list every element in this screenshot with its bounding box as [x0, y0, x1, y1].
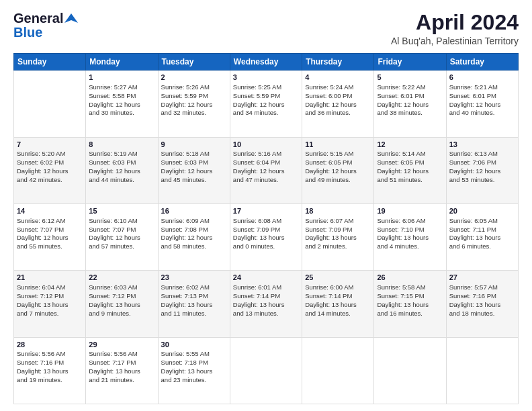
day-info-line: and 13 minutes. [233, 310, 299, 318]
day-info-line: and 36 minutes. [305, 109, 371, 118]
day-info-line: Sunset: 7:17 PM [89, 359, 154, 367]
day-info-line: and 19 minutes. [17, 376, 83, 385]
calendar-cell: 2Sunrise: 5:26 AMSunset: 5:59 PMDaylight… [158, 71, 230, 137]
calendar-cell [230, 337, 302, 404]
calendar-cell: 4Sunrise: 5:24 AMSunset: 6:00 PMDaylight… [302, 71, 374, 137]
calendar-cell: 12Sunrise: 5:14 AMSunset: 6:05 PMDayligh… [374, 137, 446, 203]
day-info-line: Sunset: 6:01 PM [377, 92, 443, 101]
day-number: 6 [449, 73, 515, 83]
day-info-line: and 42 minutes. [17, 176, 83, 185]
day-info-line: Daylight: 12 hours [377, 101, 443, 109]
day-info-line: Daylight: 12 hours [17, 167, 83, 176]
day-number: 9 [161, 140, 227, 150]
calendar-cell: 28Sunrise: 5:56 AMSunset: 7:16 PMDayligh… [14, 337, 86, 404]
title-block: April 2024 Al Buq'ah, Palestinian Territ… [391, 11, 519, 46]
day-info-line: Sunrise: 5:58 AM [377, 283, 443, 292]
day-info-line: and 4 minutes. [377, 242, 443, 251]
calendar-cell: 6Sunrise: 5:21 AMSunset: 6:01 PMDaylight… [446, 71, 518, 137]
day-info-line: Sunset: 6:01 PM [449, 92, 515, 101]
day-info-line: Sunset: 7:16 PM [449, 292, 515, 301]
day-info-line: and 6 minutes. [449, 242, 515, 251]
day-info-line: Sunset: 7:15 PM [377, 292, 443, 301]
calendar-cell: 8Sunrise: 5:19 AMSunset: 6:03 PMDaylight… [86, 137, 158, 203]
calendar-day-header: Wednesday [230, 54, 302, 71]
day-info-line: Sunrise: 6:10 AM [89, 217, 154, 226]
calendar-day-header: Sunday [14, 54, 86, 71]
day-info-line: Sunrise: 6:02 AM [161, 283, 227, 292]
day-info-line: Daylight: 13 hours [449, 234, 515, 242]
day-info-line: Daylight: 12 hours [89, 167, 154, 176]
day-info-line: Daylight: 13 hours [17, 367, 83, 376]
day-info-line: and 47 minutes. [233, 176, 299, 185]
day-info-line: Daylight: 13 hours [449, 301, 515, 310]
day-number: 16 [161, 206, 227, 216]
calendar-day-header: Monday [86, 54, 158, 71]
day-info-line: Sunset: 6:03 PM [89, 158, 154, 167]
day-info-line: Sunrise: 5:16 AM [233, 150, 299, 158]
page: General Blue April 2024 Al Buq'ah, Pales… [0, 0, 532, 411]
day-info-line: Sunrise: 6:08 AM [233, 217, 299, 226]
day-info-line: Sunrise: 5:56 AM [17, 350, 83, 359]
day-number: 22 [89, 273, 154, 283]
day-info-line: Sunrise: 6:06 AM [377, 217, 443, 226]
day-info-line: Daylight: 13 hours [161, 367, 227, 376]
logo-bird-icon [64, 12, 78, 26]
day-number: 28 [17, 340, 83, 350]
day-info-line: Daylight: 12 hours [17, 234, 83, 242]
day-number: 12 [377, 140, 443, 150]
day-info-line: Sunset: 7:07 PM [17, 226, 83, 234]
day-info-line: Sunrise: 6:01 AM [233, 283, 299, 292]
day-number: 14 [17, 206, 83, 216]
day-info-line: Sunset: 7:16 PM [17, 359, 83, 367]
day-info-line: and 0 minutes. [233, 242, 299, 251]
calendar-cell: 20Sunrise: 6:05 AMSunset: 7:11 PMDayligh… [446, 203, 518, 270]
calendar-week-row: 7Sunrise: 5:20 AMSunset: 6:02 PMDaylight… [14, 137, 519, 203]
day-number: 8 [89, 140, 154, 150]
day-info-line: Sunset: 6:00 PM [305, 92, 371, 101]
day-info-line: Sunset: 7:11 PM [449, 226, 515, 234]
day-info-line: Sunset: 7:14 PM [305, 292, 371, 301]
day-number: 17 [233, 206, 299, 216]
day-number: 15 [89, 206, 154, 216]
calendar-cell: 18Sunrise: 6:07 AMSunset: 7:09 PMDayligh… [302, 203, 374, 270]
day-info-line: Sunset: 7:10 PM [377, 226, 443, 234]
calendar-day-header: Saturday [446, 54, 518, 71]
day-info-line: Daylight: 13 hours [89, 367, 154, 376]
day-number: 4 [305, 73, 371, 83]
day-info-line: Sunset: 7:13 PM [161, 292, 227, 301]
day-info-line: Daylight: 12 hours [161, 167, 227, 176]
calendar-cell: 21Sunrise: 6:04 AMSunset: 7:12 PMDayligh… [14, 271, 86, 337]
calendar-cell: 1Sunrise: 5:27 AMSunset: 5:58 PMDaylight… [86, 71, 158, 137]
day-info-line: Daylight: 12 hours [233, 101, 299, 109]
day-info-line: Daylight: 13 hours [305, 234, 371, 242]
day-info-line: Sunrise: 6:03 AM [89, 283, 154, 292]
calendar-cell: 3Sunrise: 5:25 AMSunset: 5:59 PMDaylight… [230, 71, 302, 137]
day-info-line: Sunset: 6:05 PM [305, 158, 371, 167]
day-info-line: and 21 minutes. [89, 376, 154, 385]
svg-marker-0 [64, 13, 78, 23]
day-info-line: Sunrise: 5:20 AM [17, 150, 83, 158]
day-info-line: Sunset: 7:08 PM [161, 226, 227, 234]
day-number: 23 [161, 273, 227, 283]
day-info-line: Sunset: 7:12 PM [17, 292, 83, 301]
day-number: 29 [89, 340, 154, 350]
day-info-line: and 38 minutes. [377, 109, 443, 118]
day-info-line: Daylight: 12 hours [305, 167, 371, 176]
day-info-line: Sunrise: 5:24 AM [305, 83, 371, 92]
day-info-line: and 2 minutes. [305, 242, 371, 251]
day-number: 27 [449, 273, 515, 283]
calendar-cell: 24Sunrise: 6:01 AMSunset: 7:14 PMDayligh… [230, 271, 302, 337]
day-number: 1 [89, 73, 154, 83]
day-info-line: Sunset: 6:05 PM [377, 158, 443, 167]
calendar-cell: 10Sunrise: 5:16 AMSunset: 6:04 PMDayligh… [230, 137, 302, 203]
logo-general: General [13, 11, 63, 26]
calendar-cell: 16Sunrise: 6:09 AMSunset: 7:08 PMDayligh… [158, 203, 230, 270]
day-info-line: Sunrise: 5:19 AM [89, 150, 154, 158]
calendar-day-header: Tuesday [158, 54, 230, 71]
day-info-line: Daylight: 12 hours [449, 167, 515, 176]
day-number: 30 [161, 340, 227, 350]
day-info-line: Daylight: 13 hours [377, 301, 443, 310]
day-info-line: Sunrise: 6:00 AM [305, 283, 371, 292]
day-info-line: Sunrise: 6:07 AM [305, 217, 371, 226]
day-info-line: and 18 minutes. [449, 310, 515, 318]
